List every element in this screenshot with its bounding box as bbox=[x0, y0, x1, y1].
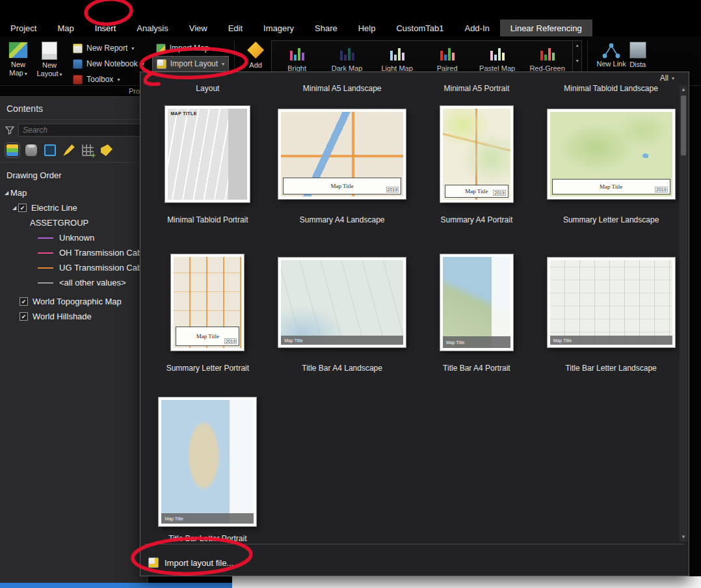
import-layout-file-item[interactable]: Import layout file... bbox=[148, 557, 233, 568]
list-by-selection-icon[interactable] bbox=[44, 144, 56, 156]
layout-template-item[interactable]: Map Title2019 Summary A4 Portrait bbox=[410, 94, 544, 243]
legend-item-oh-transmission[interactable]: OH Transmission Cable Section bbox=[0, 245, 148, 260]
scroll-up-icon[interactable]: ▲ bbox=[681, 85, 686, 94]
contents-search-input[interactable] bbox=[18, 124, 142, 137]
thumb-map-title: Map Title bbox=[165, 516, 183, 521]
tree-item-assetgroup[interactable]: ASSETGROUP bbox=[0, 215, 148, 230]
new-report-button[interactable]: New Report ▾ bbox=[69, 40, 148, 56]
tab-help[interactable]: Help bbox=[348, 20, 386, 36]
layout-template-label: Summary Letter Landscape bbox=[563, 215, 659, 224]
list-by-editing-icon[interactable] bbox=[63, 144, 75, 156]
style-item-red-green[interactable]: Red-Green bbox=[522, 41, 572, 72]
filter-funnel-icon[interactable] bbox=[5, 126, 14, 135]
new-link-button[interactable]: New Link bbox=[593, 39, 629, 68]
new-map-button[interactable]: New Map▾ bbox=[3, 39, 34, 78]
import-layout-button[interactable]: Import Layout ▾ bbox=[152, 56, 229, 72]
legend-item-ug-transmission[interactable]: UG Transmission Cable Section bbox=[0, 260, 148, 275]
layout-template-label[interactable]: Minimal Tabloid Landscape bbox=[544, 84, 678, 94]
new-layout-button[interactable]: New Layout▾ bbox=[34, 39, 65, 79]
list-by-snapping-icon[interactable] bbox=[101, 144, 112, 156]
tab-analysis[interactable]: Analysis bbox=[126, 20, 178, 36]
thumb-map-title: Map Title bbox=[196, 333, 219, 340]
tree-item-map[interactable]: ◢ Map bbox=[0, 185, 148, 200]
color-scheme-icon bbox=[290, 46, 304, 60]
tree-item-world-topographic-map[interactable]: ✔ World Topographic Map bbox=[0, 294, 148, 309]
layout-template-label[interactable]: Layout bbox=[140, 84, 275, 94]
tab-add-in[interactable]: Add-In bbox=[454, 20, 499, 36]
list-by-data-source-icon[interactable] bbox=[25, 144, 37, 156]
active-pane-accent-bar bbox=[0, 583, 232, 588]
layout-thumbnail: Map Title2019 bbox=[174, 257, 241, 348]
list-by-labeling-icon[interactable] bbox=[82, 144, 94, 156]
tab-project[interactable]: Project bbox=[0, 20, 47, 36]
list-by-drawing-order-icon[interactable] bbox=[7, 144, 18, 156]
import-layout-gallery-dropdown: All ▾ Layout Minimal A5 Landscape Minima… bbox=[140, 72, 689, 576]
layout-template-item[interactable]: Map Title2019 Summary Letter Portrait bbox=[140, 243, 275, 391]
tab-linear-referencing[interactable]: Linear Referencing bbox=[500, 20, 592, 36]
layout-template-label[interactable]: Minimal A5 Portrait bbox=[410, 84, 544, 94]
layout-thumbnail: MAP TITLE bbox=[168, 109, 247, 200]
layout-template-item[interactable]: MAP TITLE Minimal Tabloid Portrait bbox=[140, 94, 275, 243]
gallery-scrollbar[interactable]: ▲ ▼ bbox=[680, 85, 687, 542]
style-item-paired[interactable]: Paired bbox=[422, 41, 472, 72]
chevron-down-icon: ▾ bbox=[131, 46, 134, 51]
layout-thumbnail: Map Title2019 bbox=[281, 112, 403, 196]
color-scheme-icon bbox=[490, 46, 505, 60]
line-symbol-swatch bbox=[38, 237, 53, 239]
layout-view-background bbox=[232, 576, 701, 588]
new-notebook-button[interactable]: New Notebook ▾ bbox=[69, 56, 148, 72]
add-button[interactable]: Add bbox=[240, 39, 271, 70]
layout-template-label: Minimal Tabloid Portrait bbox=[167, 215, 248, 224]
layout-template-item[interactable]: Map Title Title Bar Letter Landscape bbox=[544, 243, 678, 391]
chevron-down-icon: ▾ bbox=[60, 72, 62, 77]
chevron-down-icon: ▾ bbox=[117, 77, 120, 83]
thumb-year: 2019 bbox=[386, 187, 399, 193]
style-item-pastel-map[interactable]: Pastel Map bbox=[472, 41, 522, 72]
layout-template-item[interactable]: Map Title Title Bar A4 Landscape bbox=[275, 243, 410, 391]
new-map-label: New bbox=[11, 60, 25, 68]
scroll-down-icon[interactable]: ▼ bbox=[575, 59, 579, 63]
style-item-dark-map[interactable]: Dark Map bbox=[322, 41, 372, 72]
contents-view-toolbar bbox=[0, 139, 148, 163]
gallery-partial-label-row: Layout Minimal A5 Landscape Minimal A5 P… bbox=[140, 84, 678, 94]
scroll-up-icon[interactable]: ▲ bbox=[575, 43, 579, 47]
tree-item-world-hillshade[interactable]: ✔ World Hillshade bbox=[0, 309, 148, 324]
chevron-down-icon: ▾ bbox=[672, 75, 674, 81]
layout-template-item[interactable]: Map Title Title Bar A4 Portrait bbox=[410, 243, 544, 391]
thumb-map-title: Map Title bbox=[553, 338, 572, 343]
new-link-icon bbox=[602, 42, 621, 60]
tab-map[interactable]: Map bbox=[47, 20, 84, 36]
scrollbar-thumb[interactable] bbox=[681, 96, 686, 155]
tab-view[interactable]: View bbox=[179, 20, 218, 36]
layout-template-label: Summary A4 Portrait bbox=[441, 215, 513, 224]
checkbox-checked-icon[interactable]: ✔ bbox=[18, 204, 27, 212]
layout-template-label[interactable]: Minimal A5 Landscape bbox=[275, 84, 410, 94]
checkbox-checked-icon[interactable]: ✔ bbox=[20, 297, 28, 306]
toolbox-button[interactable]: Toolbox ▾ bbox=[69, 72, 148, 87]
scroll-down-icon[interactable]: ▼ bbox=[681, 533, 686, 542]
legend-item-unknown[interactable]: Unknown bbox=[0, 230, 148, 245]
layout-template-item[interactable]: Map Title Title Bar Letter Portrait bbox=[140, 391, 275, 544]
layout-template-label: Title Bar Letter Landscape bbox=[565, 364, 656, 373]
chevron-down-icon: ▾ bbox=[142, 61, 144, 67]
ribbon-tab-bar: Project Map Insert Analysis View Edit Im… bbox=[0, 20, 701, 36]
checkbox-checked-icon[interactable]: ✔ bbox=[20, 312, 28, 321]
gallery-filter-dropdown[interactable]: All ▾ bbox=[660, 74, 674, 83]
tab-share[interactable]: Share bbox=[304, 20, 348, 36]
color-scheme-icon bbox=[440, 46, 455, 60]
style-item-bright[interactable]: Bright bbox=[272, 41, 322, 72]
thumb-map-title: Map Title bbox=[600, 183, 622, 190]
layout-template-item[interactable]: Map Title2019 Summary Letter Landscape bbox=[544, 94, 678, 243]
tab-insert[interactable]: Insert bbox=[85, 20, 127, 36]
import-map-button[interactable]: Import Map bbox=[152, 40, 229, 56]
layout-template-item[interactable]: Map Title2019 Summary A4 Landscape bbox=[275, 94, 410, 243]
expand-triangle-icon[interactable]: ◢ bbox=[10, 205, 18, 211]
tab-edit[interactable]: Edit bbox=[218, 20, 253, 36]
legend-item-all-other-values[interactable]: <all other values> bbox=[0, 275, 148, 290]
tree-item-electric-line[interactable]: ◢ ✔ Electric Line bbox=[0, 200, 148, 215]
tab-customtab1[interactable]: CustomTab1 bbox=[386, 20, 454, 36]
expand-triangle-icon[interactable]: ◢ bbox=[3, 190, 10, 196]
arcgis-pro-window: Project Map Insert Analysis View Edit Im… bbox=[0, 0, 701, 588]
style-item-light-map[interactable]: Light Map bbox=[372, 41, 422, 72]
tab-imagery[interactable]: Imagery bbox=[253, 20, 304, 36]
